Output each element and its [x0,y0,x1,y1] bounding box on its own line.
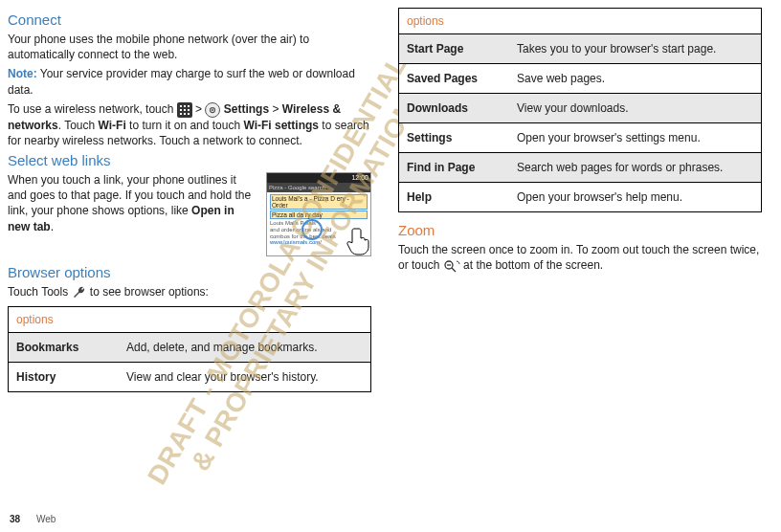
table-cell-key: Downloads [399,94,509,122]
note-text: Your service provider may charge to surf… [8,67,355,96]
svg-rect-4 [184,109,186,111]
table-cell-key: Settings [399,123,509,152]
svg-rect-0 [180,105,182,107]
bopts-text-b: to see browser options: [90,285,209,299]
heading-select-links: Select web links [8,152,371,168]
table-cell-key: Help [399,183,509,211]
table-cell-key: Saved Pages [399,64,509,93]
table-cell-value: View your downloads. [509,94,761,122]
svg-rect-8 [188,113,190,115]
right-column: options Start Page Takes you to your bro… [398,8,762,392]
connect-paragraph: Your phone uses the mobile phone network… [8,32,371,62]
wifi-gt: > [195,102,205,116]
table-header-left: options [9,307,370,332]
callout-circle-icon [301,219,323,240]
table-cell-value: Save web pages. [509,64,761,93]
heading-zoom: Zoom [398,222,762,238]
table-cell-value: Open your browser's help menu. [509,183,761,211]
table-cell-key: Start Page [399,34,509,63]
thumb-content: Louis Mal's a - Pizza D ery - Order Pizz… [267,192,370,254]
wifi-gt-2: > [272,102,281,116]
table-row: Settings Open your browser's settings me… [399,122,761,152]
bopts-text-a: Touch Tools [8,285,72,299]
thumb-highlight-2: Pizza all da ry day [270,211,368,219]
table-row: Help Open your browser's help menu. [399,182,761,211]
thumb-time: 12:00 [351,174,368,181]
zoom-text-b: at the bottom of the screen. [463,258,603,272]
wifi-settings-label: Wi-Fi settings [243,119,319,132]
heading-browser-options: Browser options [8,264,371,280]
settings-label: Settings [224,102,269,116]
heading-connect: Connect [8,11,371,28]
phone-screenshot-thumb: 12:00 Pizza - Google search Louis Mal's … [266,172,371,256]
thumb-statusbar: 12:00 [267,173,370,183]
page-number: 38 [10,514,20,524]
page-footer: 38 Web [10,514,56,524]
options-table-left: options Bookmarks Add, delete, and manag… [8,306,371,392]
left-column: Connect Your phone uses the mobile phone… [8,8,371,392]
zoom-paragraph: Touch the screen once to zoom in. To zoo… [398,242,762,273]
table-cell-value: View and clear your browser's history. [119,363,370,391]
table-row: History View and clear your browser's hi… [9,362,370,391]
section-name: Web [36,514,56,524]
note-label: Note: [8,67,37,80]
table-row: Start Page Takes you to your browser's s… [399,33,761,63]
table-cell-value: Add, delete, and manage bookmarks. [119,333,370,362]
wifi-text-d: to turn it on and touch [126,119,244,132]
note-paragraph: Note: Your service provider may charge t… [8,66,371,97]
links-text-b: . [51,220,54,233]
options-table-right: options Start Page Takes you to your bro… [398,8,762,212]
thumb-highlight-1: Louis Mal's a - Pizza D ery - Order [270,194,368,210]
gear-icon [205,102,220,118]
table-row: Saved Pages Save web pages. [399,63,761,93]
svg-rect-1 [184,105,186,107]
table-row: Downloads View your downloads. [399,93,761,122]
table-cell-value: Search web pages for words or phrases. [509,153,761,182]
svg-rect-6 [180,113,182,115]
apps-grid-icon [177,102,192,118]
browser-options-paragraph: Touch Tools to see browser options: [8,284,371,300]
zoom-out-icon [443,259,460,273]
svg-rect-7 [184,113,186,115]
svg-rect-5 [188,109,190,111]
table-row: Bookmarks Add, delete, and manage bookma… [9,332,370,362]
table-row: Find in Page Search web pages for words … [399,152,761,182]
svg-rect-3 [180,109,182,111]
pointer-hand-icon [342,223,376,257]
table-cell-key: History [9,363,119,391]
svg-line-12 [452,268,456,272]
table-cell-value: Takes you to your browser's start page. [509,34,761,63]
table-cell-key: Find in Page [399,153,509,182]
wifi-text-a: To use a wireless network, touch [8,102,177,116]
svg-point-10 [212,109,213,111]
thumb-urlbar: Pizza - Google search [267,183,370,192]
table-cell-key: Bookmarks [9,333,119,362]
table-cell-value: Open your browser's settings menu. [509,123,761,152]
table-header-right: options [399,9,761,33]
svg-rect-2 [188,105,190,107]
wifi-paragraph: To use a wireless network, touch > Setti… [8,101,371,148]
wifi-text-c: . Touch [58,119,99,132]
wifi-label: Wi-Fi [99,119,126,132]
wrench-icon [72,285,87,300]
